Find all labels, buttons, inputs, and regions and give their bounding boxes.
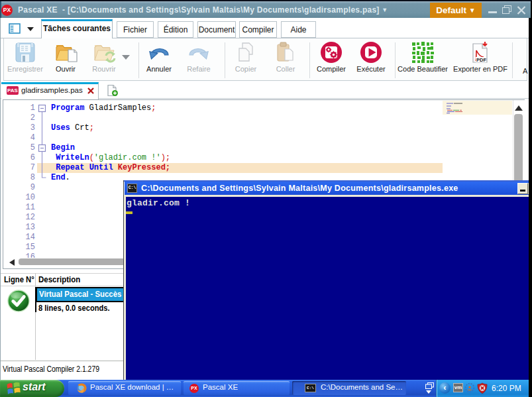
svg-text:PDF: PDF	[476, 57, 486, 63]
